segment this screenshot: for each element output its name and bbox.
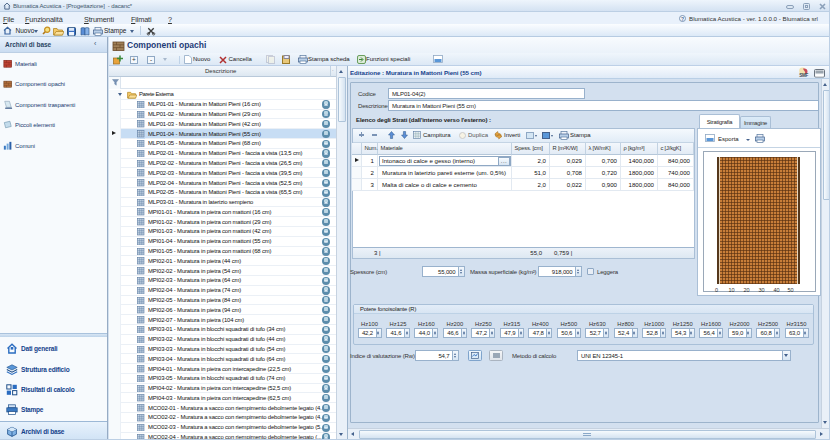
- svg-text:SMF: SMF: [799, 73, 808, 78]
